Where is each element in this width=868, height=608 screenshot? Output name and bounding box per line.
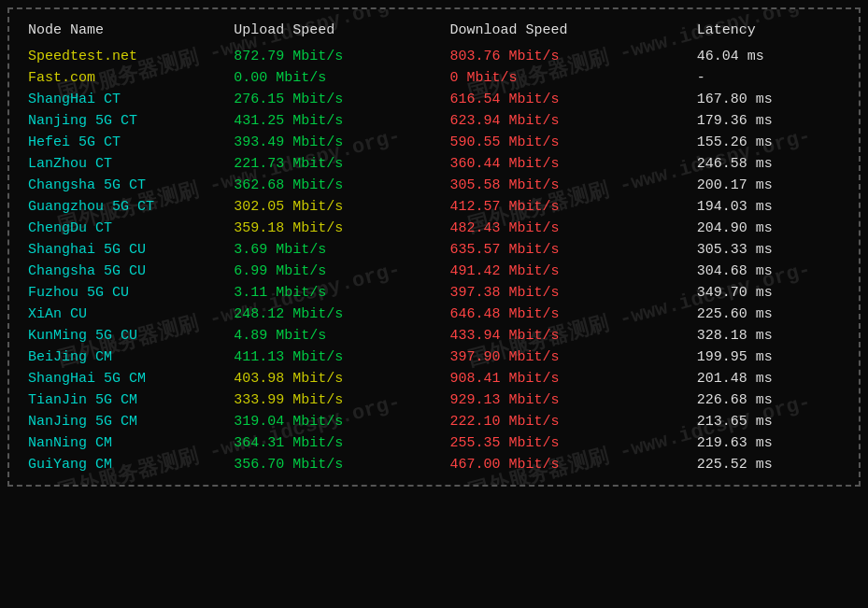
cell-download-speed: 222.10 Mbit/s — [445, 411, 691, 432]
cell-node-name: Fuzhou 5G CU — [22, 282, 228, 304]
cell-download-speed: 397.38 Mbit/s — [445, 282, 691, 304]
table-row: Guangzhou 5G CT 302.05 Mbit/s 412.57 Mbi… — [22, 196, 846, 218]
table-row: TianJin 5G CM 333.99 Mbit/s 929.13 Mbit/… — [22, 389, 846, 411]
cell-download-speed: 433.94 Mbit/s — [445, 325, 691, 346]
cell-download-speed: 908.41 Mbit/s — [445, 368, 691, 389]
cell-upload-speed: 319.04 Mbit/s — [228, 411, 444, 432]
cell-upload-speed: 4.89 Mbit/s — [228, 325, 444, 346]
cell-latency: 213.65 ms — [691, 411, 846, 432]
cell-upload-speed: 6.99 Mbit/s — [228, 261, 444, 282]
cell-upload-speed: 411.13 Mbit/s — [228, 346, 444, 368]
speed-table: Node Name Upload Speed Download Speed La… — [22, 19, 846, 475]
header-node-name: Node Name — [22, 19, 228, 46]
cell-upload-speed: 3.11 Mbit/s — [228, 282, 444, 304]
cell-node-name: Changsha 5G CU — [22, 261, 228, 282]
cell-latency: 219.63 ms — [691, 432, 846, 454]
cell-latency: 201.48 ms — [691, 368, 846, 389]
cell-node-name: Shanghai 5G CU — [22, 239, 228, 261]
cell-download-speed: 255.35 Mbit/s — [445, 432, 691, 454]
cell-node-name: ChengDu CT — [22, 218, 228, 239]
header-latency: Latency — [691, 19, 846, 46]
cell-node-name: ShangHai CT — [22, 89, 228, 110]
cell-upload-speed: 393.49 Mbit/s — [228, 132, 444, 153]
cell-upload-speed: 356.70 Mbit/s — [228, 454, 444, 475]
table-row: Fuzhou 5G CU 3.11 Mbit/s 397.38 Mbit/s 3… — [22, 282, 846, 304]
cell-upload-speed: 0.00 Mbit/s — [228, 67, 444, 89]
cell-upload-speed: 403.98 Mbit/s — [228, 368, 444, 389]
cell-latency: 200.17 ms — [691, 175, 846, 196]
cell-node-name: Guangzhou 5G CT — [22, 196, 228, 218]
cell-latency: 167.80 ms — [691, 89, 846, 110]
cell-download-speed: 646.48 Mbit/s — [445, 304, 691, 325]
cell-download-speed: 482.43 Mbit/s — [445, 218, 691, 239]
cell-latency: 194.03 ms — [691, 196, 846, 218]
cell-upload-speed: 302.05 Mbit/s — [228, 196, 444, 218]
cell-node-name: Speedtest.net — [22, 46, 228, 67]
cell-upload-speed: 333.99 Mbit/s — [228, 389, 444, 411]
table-row: Speedtest.net 872.79 Mbit/s 803.76 Mbit/… — [22, 46, 846, 67]
cell-download-speed: 491.42 Mbit/s — [445, 261, 691, 282]
table-row: BeiJing CM 411.13 Mbit/s 397.90 Mbit/s 1… — [22, 346, 846, 368]
cell-latency: 349.70 ms — [691, 282, 846, 304]
cell-download-speed: 397.90 Mbit/s — [445, 346, 691, 368]
cell-upload-speed: 359.18 Mbit/s — [228, 218, 444, 239]
cell-latency: 155.26 ms — [691, 132, 846, 153]
table-row: ShangHai 5G CM 403.98 Mbit/s 908.41 Mbit… — [22, 368, 846, 389]
table-body: Speedtest.net 872.79 Mbit/s 803.76 Mbit/… — [22, 46, 846, 475]
cell-node-name: ShangHai 5G CM — [22, 368, 228, 389]
cell-latency: 225.52 ms — [691, 454, 846, 475]
cell-download-speed: 616.54 Mbit/s — [445, 89, 691, 110]
cell-upload-speed: 248.12 Mbit/s — [228, 304, 444, 325]
cell-upload-speed: 276.15 Mbit/s — [228, 89, 444, 110]
cell-node-name: Fast.com — [22, 67, 228, 89]
cell-node-name: Hefei 5G CT — [22, 132, 228, 153]
cell-node-name: Nanjing 5G CT — [22, 110, 228, 132]
table-row: Hefei 5G CT 393.49 Mbit/s 590.55 Mbit/s … — [22, 132, 846, 153]
table-row: ShangHai CT 276.15 Mbit/s 616.54 Mbit/s … — [22, 89, 846, 110]
cell-download-speed: 412.57 Mbit/s — [445, 196, 691, 218]
cell-download-speed: 467.00 Mbit/s — [445, 454, 691, 475]
cell-latency: 226.68 ms — [691, 389, 846, 411]
cell-download-speed: 0 Mbit/s — [445, 67, 691, 89]
table-row: Changsha 5G CU 6.99 Mbit/s 491.42 Mbit/s… — [22, 261, 846, 282]
table-row: NanJing 5G CM 319.04 Mbit/s 222.10 Mbit/… — [22, 411, 846, 432]
cell-latency: 199.95 ms — [691, 346, 846, 368]
table-row: Nanjing 5G CT 431.25 Mbit/s 623.94 Mbit/… — [22, 110, 846, 132]
cell-download-speed: 360.44 Mbit/s — [445, 153, 691, 175]
cell-latency: 225.60 ms — [691, 304, 846, 325]
cell-download-speed: 803.76 Mbit/s — [445, 46, 691, 67]
table-row: NanNing CM 364.31 Mbit/s 255.35 Mbit/s 2… — [22, 432, 846, 454]
main-container: 国外服务器测刷 -www.idcspy.org- 国外服务器测刷 -www.id… — [7, 7, 861, 487]
cell-download-speed: 635.57 Mbit/s — [445, 239, 691, 261]
table-row: LanZhou CT 221.73 Mbit/s 360.44 Mbit/s 2… — [22, 153, 846, 175]
cell-node-name: NanNing CM — [22, 432, 228, 454]
header-download-speed: Download Speed — [445, 19, 691, 46]
cell-latency: 204.90 ms — [691, 218, 846, 239]
cell-latency: 46.04 ms — [691, 46, 846, 67]
cell-latency: - — [691, 67, 846, 89]
table-row: Shanghai 5G CU 3.69 Mbit/s 635.57 Mbit/s… — [22, 239, 846, 261]
cell-latency: 304.68 ms — [691, 261, 846, 282]
cell-upload-speed: 431.25 Mbit/s — [228, 110, 444, 132]
table-row: XiAn CU 248.12 Mbit/s 646.48 Mbit/s 225.… — [22, 304, 846, 325]
table-row: GuiYang CM 356.70 Mbit/s 467.00 Mbit/s 2… — [22, 454, 846, 475]
table-row: KunMing 5G CU 4.89 Mbit/s 433.94 Mbit/s … — [22, 325, 846, 346]
cell-node-name: KunMing 5G CU — [22, 325, 228, 346]
table-row: Fast.com 0.00 Mbit/s 0 Mbit/s - — [22, 67, 846, 89]
table-row: Changsha 5G CT 362.68 Mbit/s 305.58 Mbit… — [22, 175, 846, 196]
cell-node-name: BeiJing CM — [22, 346, 228, 368]
cell-node-name: NanJing 5G CM — [22, 411, 228, 432]
cell-node-name: LanZhou CT — [22, 153, 228, 175]
cell-node-name: XiAn CU — [22, 304, 228, 325]
table-header-row: Node Name Upload Speed Download Speed La… — [22, 19, 846, 46]
cell-latency: 246.58 ms — [691, 153, 846, 175]
cell-upload-speed: 872.79 Mbit/s — [228, 46, 444, 67]
cell-node-name: Changsha 5G CT — [22, 175, 228, 196]
cell-upload-speed: 221.73 Mbit/s — [228, 153, 444, 175]
cell-upload-speed: 3.69 Mbit/s — [228, 239, 444, 261]
cell-latency: 305.33 ms — [691, 239, 846, 261]
cell-latency: 328.18 ms — [691, 325, 846, 346]
cell-download-speed: 623.94 Mbit/s — [445, 110, 691, 132]
cell-upload-speed: 362.68 Mbit/s — [228, 175, 444, 196]
cell-node-name: GuiYang CM — [22, 454, 228, 475]
